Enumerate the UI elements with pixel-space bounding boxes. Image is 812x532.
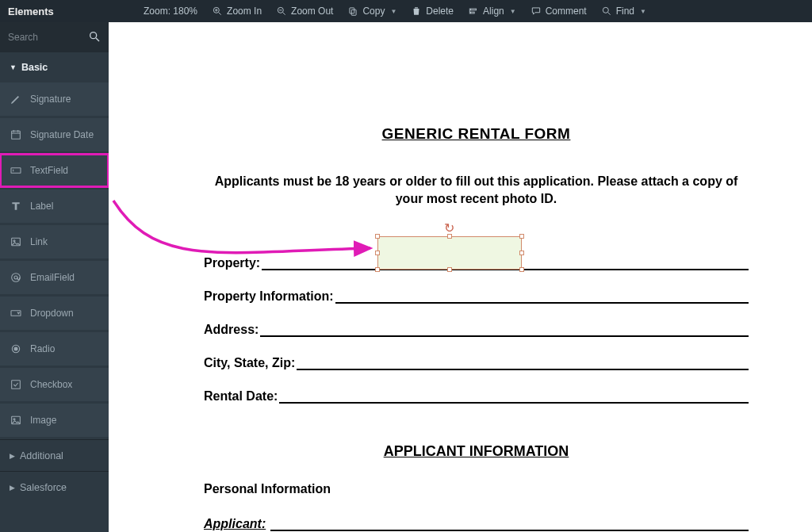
form-title: GENERIC RENTAL FORM (204, 125, 749, 143)
resize-handle[interactable] (375, 234, 380, 239)
svg-rect-29 (12, 381, 21, 389)
zoom-in-button[interactable]: Zoom In (212, 6, 262, 17)
svg-rect-16 (12, 131, 21, 139)
sidebar-item-label: EmailField (30, 272, 75, 283)
sidebar-item-label: Checkbox (30, 379, 72, 390)
svg-rect-10 (471, 9, 477, 10)
at-icon (10, 271, 22, 284)
radio-icon (10, 343, 22, 355)
sidebar-item-label: Signature Date (30, 129, 94, 140)
zoom-out-button[interactable]: Zoom Out (276, 6, 333, 17)
search-input[interactable]: Search (0, 22, 109, 52)
svg-line-15 (96, 38, 99, 41)
resize-handle[interactable] (519, 234, 524, 239)
chevron-down-icon: ▼ (10, 63, 17, 71)
underline-rule (335, 291, 749, 304)
sidebar-item-label: TextField (30, 165, 68, 176)
sidebar-item-checkbox[interactable]: Checkbox (0, 368, 109, 401)
underline-rule (260, 324, 749, 337)
sidebar-item-textfield[interactable]: TextField (0, 154, 109, 187)
field-rental-date: Rental Date: (204, 389, 749, 404)
sidebar-item-signature-date[interactable]: Signature Date (0, 118, 109, 151)
zoom-in-icon (212, 6, 223, 17)
find-button[interactable]: Find ▼ (601, 6, 646, 17)
underline-rule (279, 391, 749, 404)
document: GENERIC RENTAL FORM Applicants must be 1… (109, 22, 812, 532)
resize-handle[interactable] (447, 267, 452, 272)
resize-handle[interactable] (519, 251, 524, 255)
sidebar-item-label: Dropdown (30, 308, 74, 319)
zoom-level: Zoom: 180% (144, 6, 197, 17)
pen-icon (10, 93, 22, 105)
sidebar-item-label: Image (30, 415, 56, 426)
chevron-down-icon: ▼ (510, 8, 516, 15)
sidebar-item-label: Radio (30, 343, 55, 354)
section-additional[interactable]: ▶ Additional (0, 439, 109, 471)
placed-textfield[interactable] (377, 236, 522, 270)
copy-button[interactable]: Copy ▼ (347, 6, 396, 17)
zoom-level-label: Zoom: 180% (144, 6, 197, 17)
search-icon (601, 6, 612, 17)
svg-rect-7 (350, 8, 354, 13)
field-address: Address: (204, 323, 749, 337)
sidebar-item-dropdown[interactable]: Dropdown (0, 297, 109, 330)
sidebar-item-emailfield[interactable]: EmailField (0, 261, 109, 294)
underline-rule (297, 358, 749, 370)
svg-line-13 (607, 13, 610, 15)
chevron-down-icon: ▼ (390, 8, 396, 15)
svg-rect-11 (471, 12, 475, 13)
svg-line-1 (219, 13, 221, 15)
zoom-out-icon (276, 6, 287, 17)
svg-rect-8 (352, 10, 357, 15)
top-toolbar: Elements Zoom: 180% Zoom In Zoom Out Cop… (0, 0, 812, 22)
svg-point-24 (12, 274, 21, 282)
svg-point-25 (14, 276, 17, 279)
field-label: Property Information: (204, 289, 334, 304)
sidebar-item-label: Label (30, 201, 53, 212)
section-salesforce[interactable]: ▶ Salesforce (0, 471, 109, 503)
field-label: Property: (204, 256, 260, 270)
chevron-right-icon: ▶ (10, 452, 15, 460)
field-csz: City, State, Zip: (204, 356, 749, 370)
form-subtitle: Applicants must be 18 years or older to … (204, 173, 749, 209)
chevron-down-icon: ▼ (640, 8, 646, 15)
sidebar-item-label: Signature (30, 94, 71, 105)
svg-point-14 (90, 32, 97, 38)
svg-rect-20 (11, 168, 21, 174)
sidebar-item-signature[interactable]: Signature (0, 82, 109, 116)
resize-handle[interactable] (447, 234, 452, 239)
text-icon (10, 200, 22, 212)
delete-button[interactable]: Delete (411, 6, 454, 17)
field-label: Applicant: (204, 517, 266, 531)
resize-handle[interactable] (375, 251, 380, 255)
field-applicant: Applicant: (204, 517, 749, 531)
field-label: Address: (204, 323, 259, 337)
sidebar-item-image[interactable]: Image (0, 404, 109, 437)
canvas[interactable]: GENERIC RENTAL FORM Applicants must be 1… (109, 22, 812, 532)
svg-line-5 (283, 13, 285, 15)
section-basic[interactable]: ▼ Basic (0, 52, 109, 82)
chevron-right-icon: ▶ (10, 484, 15, 492)
image-icon (10, 414, 22, 427)
sidebar-item-radio[interactable]: Radio (0, 332, 109, 366)
section-applicant-info: APPLICANT INFORMATION (204, 443, 749, 460)
field-label: Rental Date: (204, 389, 278, 404)
svg-point-28 (14, 347, 17, 350)
image-icon (10, 235, 22, 248)
align-button[interactable]: Align ▼ (468, 6, 516, 17)
panel-title: Elements (8, 6, 115, 17)
dropdown-icon (10, 307, 22, 320)
sidebar-item-link[interactable]: Link (0, 225, 109, 258)
resize-handle[interactable] (375, 267, 380, 272)
calendar-icon (10, 128, 22, 141)
toolbar-items: Zoom: 180% Zoom In Zoom Out Copy ▼ Del (115, 6, 646, 17)
resize-handle[interactable] (519, 267, 524, 272)
textfield-icon (10, 164, 22, 177)
underline-rule (270, 519, 749, 531)
comment-button[interactable]: Comment (530, 6, 587, 17)
trash-icon (411, 6, 422, 17)
comment-icon (530, 6, 542, 17)
sidebar-item-label[interactable]: Label (0, 189, 109, 223)
copy-icon (347, 6, 358, 17)
main-area: Search ▼ Basic Signature Signature Date (0, 22, 812, 532)
